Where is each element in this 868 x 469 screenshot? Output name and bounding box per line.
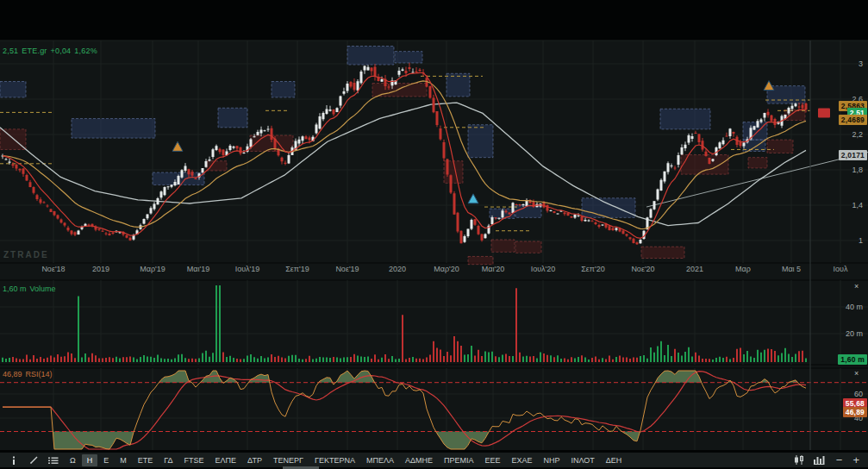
toolbar-item-ΓΕΚΤΕΡΝΑ[interactable]: ΓΕΚΤΕΡΝΑ <box>309 454 360 466</box>
chart-canvas[interactable] <box>0 0 868 469</box>
trading-chart-window: 2,51ETE.gr+0,041,62% ZTRADE 1,60 mVolume… <box>0 0 868 469</box>
toolbar-item-ΕΕΕ[interactable]: ΕΕΕ <box>479 454 505 466</box>
toolbar-item-ΝΗΡ[interactable]: ΝΗΡ <box>538 454 565 466</box>
list-icon[interactable] <box>45 454 62 466</box>
volume-close-icon[interactable]: × <box>854 283 859 291</box>
toolbar-item-Ω[interactable]: Ω <box>65 454 81 466</box>
toolbar-item-ΕΧΑΕ[interactable]: ΕΧΑΕ <box>506 454 537 466</box>
toolbar-item-ΔΕΗ[interactable]: ΔΕΗ <box>601 454 628 466</box>
toolbar-right-controls: −+ <box>791 454 865 466</box>
candles-view-icon[interactable] <box>791 454 809 466</box>
volume-view-icon[interactable] <box>811 454 828 466</box>
toolbar-item-Ε[interactable]: Ε <box>98 454 114 466</box>
info-icon[interactable] <box>5 454 22 466</box>
toolbar-item-ΕΤΕ[interactable]: ΕΤΕ <box>133 454 159 466</box>
toolbar-item-ΙΝΛΟΤ[interactable]: ΙΝΛΟΤ <box>566 454 600 466</box>
toolbar-item-FTSE[interactable]: FTSE <box>178 454 209 466</box>
zoom-in-button[interactable]: + <box>847 454 865 466</box>
toolbar-item-Η[interactable]: Η <box>82 454 98 466</box>
toolbar-item-ΕΛΠΕ[interactable]: ΕΛΠΕ <box>209 454 241 466</box>
toolbar-item-ΠΡΕΜΙΑ[interactable]: ΠΡΕΜΙΑ <box>439 454 479 466</box>
rsi-close-icon[interactable]: × <box>854 370 859 378</box>
toolbar-item-ΜΠΕΛΑ[interactable]: ΜΠΕΛΑ <box>361 454 399 466</box>
bottom-toolbar: ΩΗΕΜΕΤΕΓΔFTSEΕΛΠΕΔΤΡΤΕΝΕΡΓΓΕΚΤΕΡΝΑΜΠΕΛΑΑ… <box>0 452 868 467</box>
zoom-out-button[interactable]: − <box>831 454 848 466</box>
toolbar-item-ΑΔΜΗΕ[interactable]: ΑΔΜΗΕ <box>400 454 438 466</box>
toolbar-item-ΓΔ[interactable]: ΓΔ <box>159 454 178 466</box>
toolbar-item-ΔΤΡ[interactable]: ΔΤΡ <box>242 454 267 466</box>
toolbar-item-ΤΕΝΕΡΓ[interactable]: ΤΕΝΕΡΓ <box>268 454 309 466</box>
toolbar-item-Μ[interactable]: Μ <box>115 454 132 466</box>
draw-icon[interactable] <box>25 454 42 466</box>
